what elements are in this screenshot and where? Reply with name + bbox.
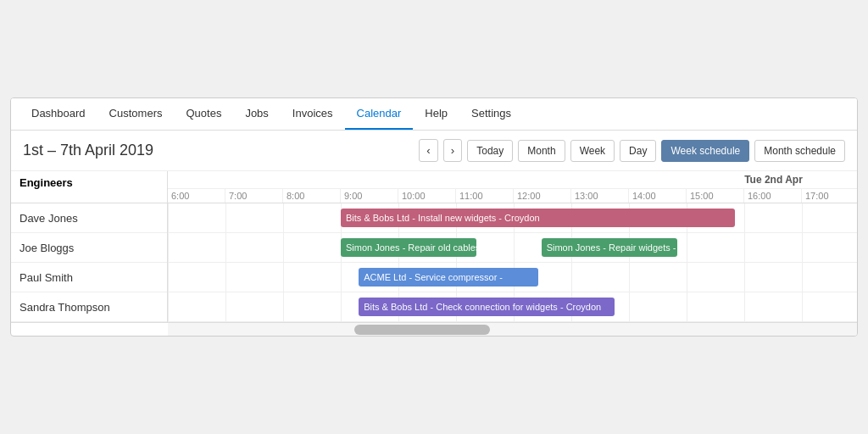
nav-item-calendar[interactable]: Calendar	[345, 98, 414, 130]
calendar-event[interactable]: Bits & Bobs Ltd - Check connection for w…	[359, 298, 615, 316]
time-label: 8:00	[283, 189, 341, 203]
time-label: 11:00	[456, 189, 514, 203]
grid-line	[571, 263, 572, 292]
controls: ‹ › Today Month Week Day Week schedule M…	[419, 139, 845, 162]
nav-item-customers[interactable]: Customers	[97, 98, 175, 130]
calendar-scroll[interactable]: Engineers Tue 2nd Apr Wed 3rd Apr 6:007:…	[11, 171, 857, 322]
grid-line	[341, 292, 342, 321]
nav-item-help[interactable]: Help	[413, 98, 459, 130]
grid-line	[168, 263, 169, 292]
cal-table: Engineers Tue 2nd Apr Wed 3rd Apr 6:007:…	[11, 171, 857, 322]
calendar-event[interactable]: Simon Jones - Repair old cables - Roc	[341, 238, 476, 257]
header-row: 1st – 7th April 2019 ‹ › Today Month Wee…	[11, 131, 857, 171]
grid-line	[802, 263, 803, 292]
nav-item-dashboard[interactable]: Dashboard	[19, 98, 97, 130]
day-button[interactable]: Day	[620, 140, 656, 162]
time-labels: 6:007:008:009:0010:0011:0012:0013:0014:0…	[168, 189, 857, 203]
engineer-name-cell: Dave Jones	[11, 203, 167, 233]
today-button[interactable]: Today	[467, 140, 513, 162]
engineer-name-cell: Joe Bloggs	[11, 233, 167, 263]
time-label: 16:00	[744, 189, 802, 203]
grid-line	[744, 203, 745, 232]
nav-item-quotes[interactable]: Quotes	[174, 98, 233, 130]
month-button[interactable]: Month	[518, 140, 565, 162]
scrollbar-row	[11, 322, 857, 336]
nav-item-settings[interactable]: Settings	[459, 98, 523, 130]
week-button[interactable]: Week	[570, 140, 615, 162]
engineers-header: Engineers	[11, 171, 168, 203]
grid-line	[283, 263, 284, 292]
calendar-event[interactable]: Simon Jones - Repair widgets - Rocher	[542, 238, 677, 257]
time-label: 14:00	[629, 189, 687, 203]
app-window: Dashboard Customers Quotes Jobs Invoices…	[10, 97, 858, 337]
day-labels: Tue 2nd Apr Wed 3rd Apr	[168, 171, 857, 189]
calendar: Engineers Tue 2nd Apr Wed 3rd Apr 6:007:…	[11, 171, 857, 336]
time-label: 10:00	[398, 189, 456, 203]
grid-line	[687, 263, 687, 292]
nav-item-invoices[interactable]: Invoices	[281, 98, 345, 130]
time-label: 9:00	[341, 189, 398, 203]
cal-body: Dave JonesJoe BloggsPaul SmithSandra Tho…	[11, 203, 857, 322]
time-label: 13:00	[571, 189, 629, 203]
grid-line	[802, 292, 803, 321]
grid-line	[283, 292, 284, 321]
next-button[interactable]: ›	[443, 139, 462, 162]
engineer-names-col: Dave JonesJoe BloggsPaul SmithSandra Tho…	[11, 203, 168, 322]
grid-line	[283, 233, 284, 262]
grid-line	[168, 203, 169, 232]
grid-line	[802, 233, 803, 262]
time-header-area: Tue 2nd Apr Wed 3rd Apr 6:007:008:009:00…	[168, 171, 857, 203]
engineer-name-cell: Sandra Thompson	[11, 292, 167, 322]
week-schedule-button[interactable]: Week schedule	[661, 140, 749, 162]
grid-line	[744, 292, 745, 321]
calendar-event[interactable]: Bits & Bobs Ltd - Install new widgets - …	[341, 209, 735, 227]
engineer-name-cell: Paul Smith	[11, 263, 167, 292]
timeline-area: Bits & Bobs Ltd - Install new widgets - …	[168, 203, 857, 322]
timeline-row: Bits & Bobs Ltd - Check connection for w…	[168, 292, 857, 322]
grid-line	[225, 292, 226, 321]
grid-line	[168, 292, 169, 321]
time-label: 17:00	[802, 189, 857, 203]
time-label: 7:00	[225, 189, 283, 203]
month-schedule-button[interactable]: Month schedule	[754, 140, 845, 162]
cal-header: Engineers Tue 2nd Apr Wed 3rd Apr 6:007:…	[11, 171, 857, 203]
nav-bar: Dashboard Customers Quotes Jobs Invoices…	[11, 98, 857, 131]
timeline-row: Simon Jones - Repair old cables - RocSim…	[168, 233, 857, 263]
nav-item-jobs[interactable]: Jobs	[233, 98, 280, 130]
page-title: 1st – 7th April 2019	[23, 142, 153, 159]
time-label: 12:00	[514, 189, 571, 203]
grid-line	[514, 233, 515, 262]
grid-line	[629, 292, 630, 321]
grid-line	[744, 233, 745, 262]
scrollbar-thumb[interactable]	[354, 325, 490, 335]
grid-line	[283, 203, 284, 232]
scrollbar-spacer	[11, 323, 168, 336]
calendar-event[interactable]: ACME Ltd - Service compressor -	[359, 268, 538, 287]
grid-line	[687, 233, 687, 262]
timeline-row: Bits & Bobs Ltd - Install new widgets - …	[168, 203, 857, 233]
time-label: 15:00	[687, 189, 744, 203]
grid-line	[168, 233, 169, 262]
grid-line	[629, 263, 630, 292]
scrollbar-track[interactable]	[168, 323, 857, 336]
grid-line	[687, 292, 687, 321]
grid-line	[225, 263, 226, 292]
grid-line	[225, 203, 226, 232]
grid-line	[802, 203, 803, 232]
grid-line	[341, 263, 342, 292]
day-label-1: Tue 2nd Apr	[168, 171, 857, 188]
grid-line	[744, 263, 745, 292]
timeline-row: ACME Ltd - Service compressor -	[168, 263, 857, 292]
time-label: 6:00	[168, 189, 225, 203]
grid-line	[225, 233, 226, 262]
prev-button[interactable]: ‹	[419, 139, 437, 162]
